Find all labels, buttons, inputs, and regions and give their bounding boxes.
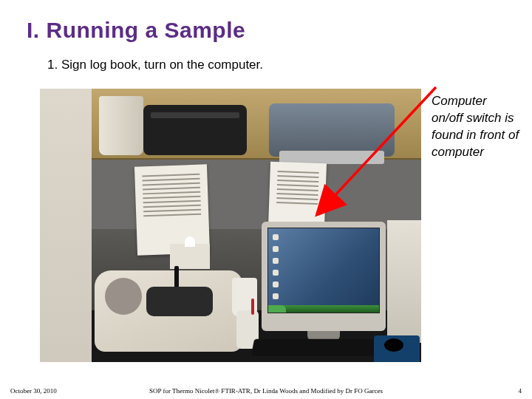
- slide-footer: October 30, 2010 SOP for Thermo Nicolet®…: [0, 387, 532, 395]
- computer-tower: [387, 220, 421, 343]
- posted-sheet: [134, 164, 210, 255]
- tissue-box: [170, 244, 210, 269]
- printer-black: [143, 105, 247, 155]
- computer-monitor: [262, 222, 386, 331]
- slide-title: I. Running a Sample: [27, 18, 245, 43]
- lab-photo: [40, 89, 421, 362]
- step-instruction: 1. Sign log book, turn on the computer.: [47, 58, 263, 72]
- keyboard: [251, 339, 381, 356]
- cup-stack: [99, 96, 143, 155]
- callout-text: Computer on/off switch is found in front…: [432, 93, 520, 161]
- mouse: [384, 338, 403, 352]
- printer-silver: [269, 103, 395, 157]
- ftir-instrument: [95, 270, 242, 352]
- footer-caption: SOP for Thermo Nicolet® FTIR-ATR, Dr Lin…: [0, 387, 532, 395]
